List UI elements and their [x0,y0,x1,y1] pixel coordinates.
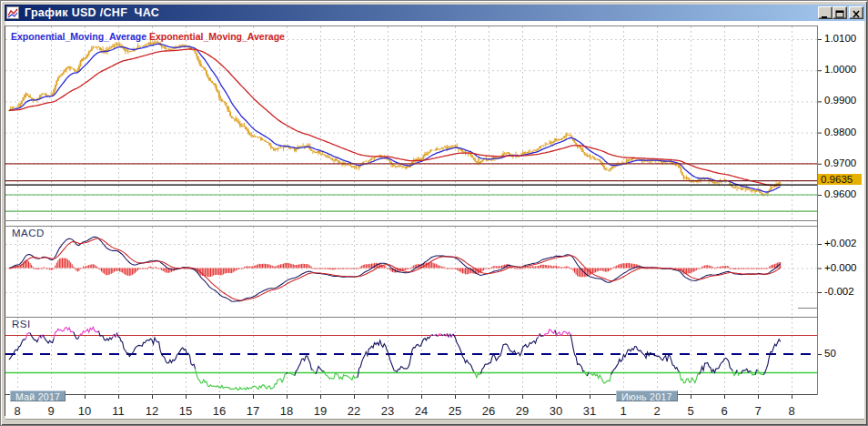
axis-ticks [18,40,823,400]
price-level-lines [5,164,817,211]
chart-canvas[interactable] [0,0,868,426]
ema-lines [9,44,781,192]
candles-layer [9,39,781,197]
rsi-layer [5,327,817,390]
macd-layer [9,237,781,301]
gridlines [5,26,817,393]
